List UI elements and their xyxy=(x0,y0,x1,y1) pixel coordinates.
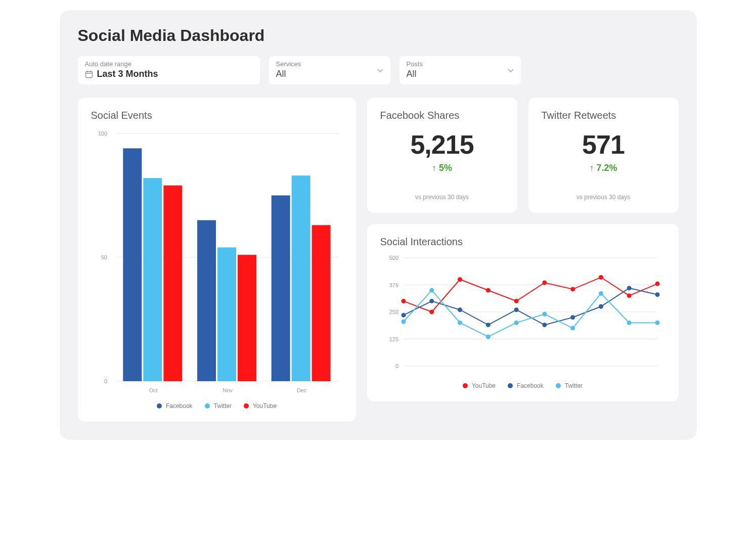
chart-social-events: 050100OctNovDec xyxy=(91,128,344,396)
card-twitter-retweets: Twitter Retweets 571 ↑ 7.2% vs previous … xyxy=(528,98,679,213)
legend-social-interactions: YouTube Facebook Twitter xyxy=(380,382,665,389)
svg-point-34 xyxy=(458,277,462,282)
svg-text:Dec: Dec xyxy=(296,387,306,393)
svg-rect-16 xyxy=(238,255,256,381)
kpi-row: Facebook Shares 5,215 ↑ 5% vs previous 3… xyxy=(367,98,679,213)
svg-point-42 xyxy=(401,313,406,317)
svg-rect-20 xyxy=(312,225,330,381)
filter-date-range[interactable]: Auto date range Last 3 Months xyxy=(78,56,260,84)
svg-rect-19 xyxy=(291,175,310,381)
filter-value: Last 3 Months xyxy=(97,69,158,79)
kpi-title: Twitter Retweets xyxy=(542,110,665,121)
svg-rect-14 xyxy=(197,220,216,382)
svg-rect-11 xyxy=(143,178,162,381)
svg-point-41 xyxy=(655,282,659,286)
svg-point-38 xyxy=(570,287,575,292)
card-title: Social Events xyxy=(91,110,343,121)
svg-point-35 xyxy=(485,288,490,293)
svg-text:0: 0 xyxy=(395,363,398,369)
svg-point-61 xyxy=(655,321,659,325)
svg-point-40 xyxy=(627,293,631,298)
svg-point-57 xyxy=(542,312,547,316)
filter-posts[interactable]: Posts All xyxy=(399,56,521,84)
svg-text:500: 500 xyxy=(389,255,398,261)
svg-point-48 xyxy=(570,315,575,320)
svg-point-36 xyxy=(514,299,518,303)
svg-point-44 xyxy=(458,307,462,312)
filter-value: All xyxy=(407,69,514,79)
svg-text:100: 100 xyxy=(98,130,107,136)
svg-text:375: 375 xyxy=(389,282,398,288)
card-title: Social Interactions xyxy=(380,236,665,248)
svg-point-43 xyxy=(429,299,434,303)
kpi-delta: ↑ 5% xyxy=(380,163,504,173)
svg-point-46 xyxy=(514,307,518,312)
legend-item-facebook: Facebook xyxy=(157,402,193,410)
kpi-subtext: vs previous 30 days xyxy=(542,194,665,201)
svg-point-51 xyxy=(655,292,659,297)
svg-rect-18 xyxy=(271,196,290,382)
svg-point-56 xyxy=(514,321,518,325)
filter-value: All xyxy=(276,69,383,79)
filter-label: Services xyxy=(276,60,383,68)
svg-text:0: 0 xyxy=(104,378,107,384)
svg-text:125: 125 xyxy=(389,336,398,342)
svg-text:250: 250 xyxy=(389,309,398,315)
svg-point-32 xyxy=(401,299,406,303)
svg-point-33 xyxy=(429,310,434,314)
page-title: Social Media Dashboard xyxy=(78,26,679,45)
svg-rect-10 xyxy=(123,148,142,381)
kpi-delta: ↑ 7.2% xyxy=(542,163,665,173)
card-facebook-shares: Facebook Shares 5,215 ↑ 5% vs previous 3… xyxy=(367,98,517,213)
chevron-down-icon xyxy=(377,66,383,75)
legend-item-youtube: YouTube xyxy=(463,382,496,389)
right-column: Facebook Shares 5,215 ↑ 5% vs previous 3… xyxy=(367,98,679,422)
svg-point-55 xyxy=(485,335,490,339)
svg-text:50: 50 xyxy=(101,254,107,260)
content-grid: Social Events 050100OctNovDec Facebook T… xyxy=(78,98,679,422)
svg-rect-0 xyxy=(85,71,92,77)
filter-services[interactable]: Services All xyxy=(269,56,390,84)
card-social-events: Social Events 050100OctNovDec Facebook T… xyxy=(78,98,356,422)
svg-rect-15 xyxy=(217,247,236,381)
svg-point-39 xyxy=(598,275,603,280)
kpi-title: Facebook Shares xyxy=(380,110,504,121)
svg-point-60 xyxy=(627,321,631,325)
svg-point-53 xyxy=(429,288,434,293)
svg-text:Oct: Oct xyxy=(149,387,157,393)
kpi-value: 571 xyxy=(542,131,665,158)
legend-item-youtube: YouTube xyxy=(244,402,277,410)
legend-social-events: Facebook Twitter YouTube xyxy=(91,402,343,410)
dot-youtube xyxy=(244,403,249,408)
svg-point-52 xyxy=(401,320,406,324)
dot-twitter xyxy=(205,403,210,408)
svg-point-58 xyxy=(570,326,575,331)
svg-text:Nov: Nov xyxy=(223,387,233,393)
svg-point-54 xyxy=(458,321,462,325)
dot-youtube xyxy=(463,383,468,388)
kpi-value: 5,215 xyxy=(380,131,504,158)
dot-facebook xyxy=(508,383,513,388)
chevron-down-icon xyxy=(508,66,514,75)
svg-point-49 xyxy=(598,304,603,309)
legend-item-facebook: Facebook xyxy=(508,382,544,389)
dot-twitter xyxy=(556,383,561,388)
card-social-interactions: Social Interactions 0125250375500 YouTub… xyxy=(367,224,679,401)
svg-point-59 xyxy=(598,291,603,296)
filter-bar: Auto date range Last 3 Months Services A… xyxy=(78,56,679,84)
dashboard: Social Media Dashboard Auto date range L… xyxy=(60,10,697,440)
svg-rect-12 xyxy=(163,186,182,381)
svg-point-37 xyxy=(542,281,547,285)
kpi-subtext: vs previous 30 days xyxy=(380,194,504,201)
svg-point-47 xyxy=(542,323,547,327)
filter-label: Posts xyxy=(407,60,514,68)
calendar-icon xyxy=(85,70,93,78)
legend-item-twitter: Twitter xyxy=(556,382,583,389)
legend-item-twitter: Twitter xyxy=(205,402,232,410)
filter-label: Auto date range xyxy=(85,60,253,68)
svg-point-50 xyxy=(627,286,631,290)
svg-point-45 xyxy=(485,323,490,327)
chart-social-interactions: 0125250375500 xyxy=(380,255,663,376)
dot-facebook xyxy=(157,403,162,408)
